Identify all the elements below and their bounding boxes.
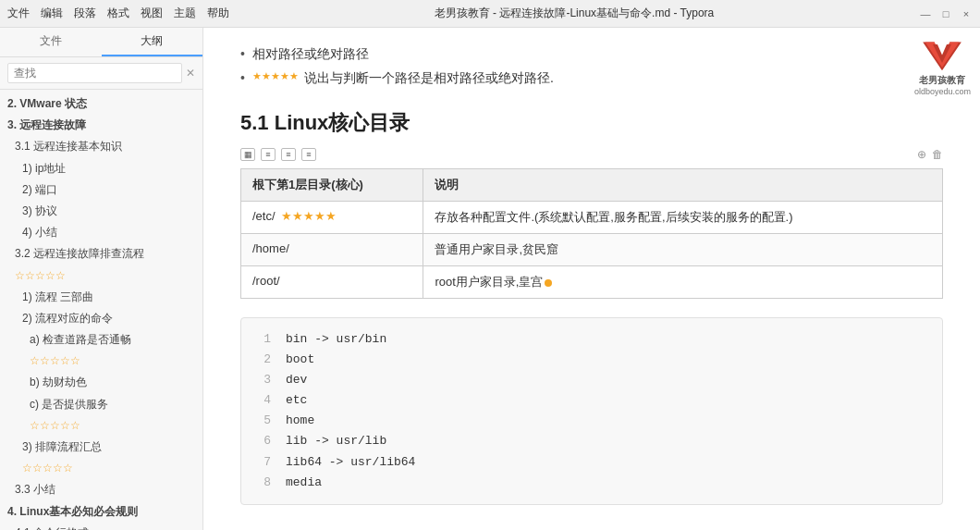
table-actions: ⊕ 🗑 xyxy=(917,148,943,161)
logo-icon xyxy=(919,37,965,74)
section-heading: 5.1 Linux核心目录 xyxy=(240,109,943,137)
bullet-dot-2: • xyxy=(240,70,245,85)
code-line: 5home xyxy=(256,411,927,431)
sidebar-tabs: 文件 大纲 xyxy=(0,28,202,57)
code-line-number: 8 xyxy=(256,473,271,493)
bullet-text-2: 说出与判断一个路径是相对路径或绝对路径. xyxy=(304,70,554,87)
close-button[interactable]: × xyxy=(960,7,973,20)
code-line-text: lib64 -> usr/lib64 xyxy=(286,452,415,473)
toc-item[interactable]: 3) 排障流程汇总 xyxy=(0,437,202,458)
tab-file[interactable]: 文件 xyxy=(0,28,102,56)
delete-table-icon[interactable]: 🗑 xyxy=(932,148,943,161)
code-line: 1bin -> usr/bin xyxy=(256,329,927,350)
table-header-desc: 说明 xyxy=(423,169,943,202)
main-layout: 文件 大纲 ✕ 2. VMware 状态3. 远程连接故障3.1 远程连接基本知… xyxy=(0,28,980,530)
menu-view[interactable]: 视图 xyxy=(141,6,163,21)
toc-item[interactable]: 3. 远程连接故障 xyxy=(0,115,202,136)
code-line-number: 4 xyxy=(256,390,271,411)
code-line-text: boot xyxy=(286,350,314,370)
table-cell-dir: /home/ xyxy=(241,234,423,266)
code-line: 2boot xyxy=(256,350,927,370)
table-cell-dir: /etc/★★★★★ xyxy=(241,202,423,234)
bullet-dot-1: • xyxy=(240,46,245,61)
maximize-button[interactable]: □ xyxy=(939,7,952,20)
titlebar: 文件 编辑 段落 格式 视图 主题 帮助 老男孩教育 - 远程连接故障-Linu… xyxy=(0,0,980,28)
minimize-button[interactable]: — xyxy=(919,7,932,20)
toc-item[interactable]: 1) 流程 三部曲 xyxy=(0,287,202,308)
code-line: 8media xyxy=(256,473,927,493)
bullet-item-1: • 相对路径或绝对路径 xyxy=(240,46,943,63)
code-block: 1bin -> usr/bin2boot3dev4etc5home6lib ->… xyxy=(240,317,943,505)
toc-item[interactable]: ☆☆☆☆☆ xyxy=(0,351,202,372)
toc-item[interactable]: 1) ip地址 xyxy=(0,158,202,179)
code-line-text: media xyxy=(286,473,322,493)
content-area: 老男孩教育 oldboyedu.com • 相对路径或绝对路径 • ★★★★★ … xyxy=(203,28,980,530)
code-line: 4etc xyxy=(256,390,927,411)
add-row-icon[interactable]: ⊕ xyxy=(917,148,926,161)
toc-item[interactable]: ☆☆☆☆☆ xyxy=(0,415,202,437)
align-center-icon[interactable]: ≡ xyxy=(281,148,296,161)
toc-item[interactable]: 3.1 远程连接基本知识 xyxy=(0,136,202,157)
menu-bar[interactable]: 文件 编辑 段落 格式 视图 主题 帮助 xyxy=(7,6,229,21)
logo-name: 老男孩教育 xyxy=(914,74,971,87)
menu-help[interactable]: 帮助 xyxy=(207,6,229,21)
table-toolbar: ▦ ≡ ≡ ≡ ⊕ 🗑 xyxy=(240,148,943,161)
toc-item[interactable]: 4. Linux基本必知必会规则 xyxy=(0,501,202,523)
toc-item[interactable]: 3.3 小结 xyxy=(0,479,202,500)
search-input[interactable] xyxy=(7,63,182,83)
align-left-icon[interactable]: ≡ xyxy=(261,148,276,161)
toc-item[interactable]: 3.2 远程连接故障排查流程 xyxy=(0,243,202,265)
code-line-text: home xyxy=(286,411,314,431)
toc-item[interactable]: a) 检查道路是否通畅 xyxy=(0,329,202,351)
logo-url: oldboyedu.com xyxy=(914,87,971,96)
table-row: /etc/★★★★★存放各种配置文件.(系统默认配置,服务配置,后续安装的服务的… xyxy=(241,202,943,234)
menu-edit[interactable]: 编辑 xyxy=(41,6,63,21)
table-row: /home/普通用户家目录,贫民窟 xyxy=(241,234,943,266)
align-right-icon[interactable]: ≡ xyxy=(301,148,316,161)
code-line-text: dev xyxy=(286,370,307,390)
toc-item[interactable]: 3) 协议 xyxy=(0,201,202,222)
code-line-number: 2 xyxy=(256,350,271,370)
tab-outline[interactable]: 大纲 xyxy=(102,28,203,56)
bullet-item-2: • ★★★★★ 说出与判断一个路径是相对路径或绝对路径. xyxy=(240,70,943,87)
code-line: 6lib -> usr/lib xyxy=(256,431,927,451)
code-line-number: 5 xyxy=(256,411,271,431)
code-line-number: 1 xyxy=(256,329,271,350)
table-icon[interactable]: ▦ xyxy=(240,148,255,161)
toc-item[interactable]: 4.1 命令行格式 xyxy=(0,523,202,530)
toc-item[interactable]: 2. VMware 状态 xyxy=(0,93,202,115)
window-controls[interactable]: — □ × xyxy=(919,7,973,20)
menu-format[interactable]: 格式 xyxy=(107,6,129,21)
toc-item[interactable]: c) 是否提供服务 xyxy=(0,394,202,415)
section-title-text: 5.1 Linux核心目录 xyxy=(240,111,410,134)
table-row: /root/root用户家目录,皇宫 xyxy=(241,266,943,299)
code-line-text: lib -> usr/lib xyxy=(286,431,386,451)
svg-marker-1 xyxy=(925,42,960,68)
logo-area: 老男孩教育 oldboyedu.com xyxy=(914,37,971,96)
sidebar-toc: 2. VMware 状态3. 远程连接故障3.1 远程连接基本知识1) ip地址… xyxy=(0,90,202,530)
menu-file[interactable]: 文件 xyxy=(7,6,30,21)
code-line-text: bin -> usr/bin xyxy=(286,329,386,350)
code-line-number: 7 xyxy=(256,452,271,473)
toc-item[interactable]: 2) 端口 xyxy=(0,179,202,201)
bullet-text-1: 相对路径或绝对路径 xyxy=(252,46,369,63)
search-clear-icon[interactable]: ✕ xyxy=(186,67,195,80)
sidebar: 文件 大纲 ✕ 2. VMware 状态3. 远程连接故障3.1 远程连接基本知… xyxy=(0,28,203,530)
code-line-number: 3 xyxy=(256,370,271,390)
toc-item[interactable]: ☆☆☆☆☆ xyxy=(0,265,202,287)
toc-item[interactable]: 4) 小结 xyxy=(0,222,202,243)
menu-paragraph[interactable]: 段落 xyxy=(74,6,96,21)
table-cell-desc: root用户家目录,皇宫 xyxy=(423,266,943,299)
bullet-stars: ★★★★★ xyxy=(252,70,299,82)
toc-item[interactable]: 2) 流程对应的命令 xyxy=(0,308,202,329)
toc-item[interactable]: ☆☆☆☆☆ xyxy=(0,458,202,479)
code-line: 3dev xyxy=(256,370,927,390)
cursor-indicator xyxy=(545,279,552,287)
core-dirs-table: 根下第1层目录(核心) 说明 /etc/★★★★★存放各种配置文件.(系统默认配… xyxy=(240,168,943,299)
toc-item[interactable]: b) 劫财劫色 xyxy=(0,372,202,393)
bullet-list: • 相对路径或绝对路径 • ★★★★★ 说出与判断一个路径是相对路径或绝对路径. xyxy=(240,46,943,87)
code-line-number: 6 xyxy=(256,431,271,451)
window-title: 老男孩教育 - 远程连接故障-Linux基础与命令.md - Typora xyxy=(435,6,714,21)
sidebar-search-bar: ✕ xyxy=(0,57,202,90)
menu-theme[interactable]: 主题 xyxy=(174,6,196,21)
